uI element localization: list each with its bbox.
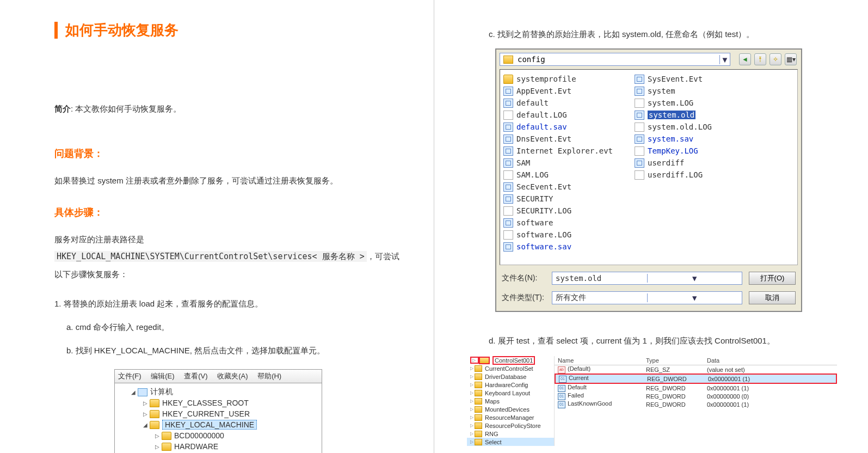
value-row[interactable]: 01Current REG_DWORD 0x00000001 (1) xyxy=(555,374,837,384)
file-item[interactable]: software.sav xyxy=(503,242,613,252)
file-item[interactable]: SecEvent.Evt xyxy=(503,182,613,192)
tree-hardware[interactable]: ▷HARDWARE xyxy=(119,441,317,452)
tree-hklm[interactable]: ◢HKEY_LOCAL_MACHINE xyxy=(119,419,317,430)
file-item[interactable]: default.sav xyxy=(503,122,613,132)
menu-file[interactable]: 文件(F) xyxy=(118,372,141,380)
tree-item[interactable]: ▷CurrentControlSet xyxy=(467,364,554,372)
file-item[interactable]: default.LOG xyxy=(503,110,613,120)
file-item[interactable]: SECURITY xyxy=(503,194,613,204)
tree-item[interactable]: ▷RNG xyxy=(467,430,554,438)
path-code: HKEY_LOCAL_MACHINE\SYSTEM\CurrentControl… xyxy=(54,251,367,262)
file-item[interactable]: software xyxy=(503,218,613,228)
cancel-button[interactable]: 取消 xyxy=(749,291,796,304)
menu-help[interactable]: 帮助(H) xyxy=(257,372,281,380)
heading-background: 问题背景： xyxy=(54,147,401,160)
file-icon xyxy=(503,158,513,168)
file-icon xyxy=(503,146,513,156)
file-icon xyxy=(503,194,513,204)
file-item[interactable]: systemprofile xyxy=(503,74,613,84)
file-item[interactable]: SAM xyxy=(503,158,613,168)
address-input[interactable] xyxy=(516,54,719,64)
folder-icon xyxy=(150,399,159,407)
file-icon xyxy=(635,146,644,156)
file-item[interactable]: SECURITY.LOG xyxy=(503,206,613,216)
folder-icon xyxy=(479,357,490,364)
open-button[interactable]: 打开(O) xyxy=(749,272,796,285)
value-row[interactable]: 01LastKnownGood REG_DWORD 0x00000001 (1) xyxy=(555,400,837,408)
file-item[interactable]: system.sav xyxy=(635,134,712,144)
regedit-menubar: 文件(F) 编辑(E) 查看(V) 收藏夹(A) 帮助(H) xyxy=(115,370,322,383)
file-item[interactable]: Internet Explorer.evt xyxy=(503,146,613,156)
back-icon[interactable]: ◄ xyxy=(739,53,751,65)
tree-hkcu[interactable]: ▷HKEY_CURRENT_USER xyxy=(119,408,317,419)
tree-item[interactable]: ▷ResourcePolicyStore xyxy=(467,421,554,430)
file-item[interactable]: system.old xyxy=(635,110,712,120)
file-item[interactable]: userdiff xyxy=(635,158,712,168)
regedit-figure: 文件(F) 编辑(E) 查看(V) 收藏夹(A) 帮助(H) ◢计算机 ▷HKE… xyxy=(114,369,322,453)
value-row[interactable]: ab(Default) REG_SZ (value not set) xyxy=(555,365,837,374)
tree-hkcr[interactable]: ▷HKEY_CLASSES_ROOT xyxy=(119,397,317,408)
tree-item[interactable]: ▷Maps xyxy=(467,397,554,405)
file-item[interactable]: DnsEvent.Evt xyxy=(503,134,613,144)
folder-icon xyxy=(503,75,513,84)
address-bar[interactable]: ▼ xyxy=(500,53,730,66)
file-item[interactable]: default xyxy=(503,98,613,108)
file-dialog: ▼ ◄ ⭱ ✧ ▦▾ systemprofileAppEvent.Evtdefa… xyxy=(495,48,802,312)
intro-label: 简介 xyxy=(54,104,71,113)
dropdown-icon[interactable]: ▼ xyxy=(647,293,742,302)
file-item[interactable]: system.old.LOG xyxy=(635,122,712,132)
folder-icon xyxy=(475,439,482,445)
file-icon xyxy=(635,87,644,96)
file-item[interactable]: system.LOG xyxy=(635,98,712,108)
file-icon xyxy=(503,218,513,228)
filename-field[interactable]: system.old▼ xyxy=(552,272,742,285)
tree-item[interactable]: ▷Keyboard Layout xyxy=(467,389,554,397)
file-item[interactable]: userdiff.LOG xyxy=(635,170,712,180)
path-intro: 服务对应的注册表路径是 xyxy=(54,235,144,244)
folder-icon xyxy=(475,365,482,372)
file-item[interactable]: SAM.LOG xyxy=(503,170,613,180)
folder-icon xyxy=(475,423,482,429)
file-icon xyxy=(503,182,513,192)
step1c: c. 找到之前替换的原始注册表，比如 system.old, 任意命名（例如 t… xyxy=(489,29,835,40)
step1b: b. 找到 HKEY_LOCAL_MACHINE, 然后点击文件，选择加载配置单… xyxy=(54,346,401,356)
file-icon xyxy=(503,170,513,180)
dropdown-icon[interactable]: ▼ xyxy=(647,274,742,283)
folder-icon xyxy=(162,432,171,440)
file-icon xyxy=(635,99,644,108)
tree-item[interactable]: ▷MountedDevices xyxy=(467,405,554,413)
folder-icon xyxy=(475,390,482,396)
file-icon xyxy=(635,134,644,144)
menu-view[interactable]: 查看(V) xyxy=(184,372,207,380)
file-item[interactable]: system xyxy=(635,86,712,96)
file-icon xyxy=(635,111,644,120)
up-icon[interactable]: ⭱ xyxy=(754,53,766,65)
tree-item[interactable]: ▷ControlSet001 xyxy=(467,356,554,364)
newfolder-icon[interactable]: ✧ xyxy=(769,53,781,65)
filetype-field[interactable]: 所有文件▼ xyxy=(552,291,742,304)
views-icon[interactable]: ▦▾ xyxy=(785,53,797,65)
menu-fav[interactable]: 收藏夹(A) xyxy=(217,372,248,380)
tree-bcd[interactable]: ▷BCD00000000 xyxy=(119,430,317,441)
file-item[interactable]: TempKey.LOG xyxy=(635,146,712,156)
tree-item[interactable]: ▷DriverDatabase xyxy=(467,372,554,381)
col-data: Data xyxy=(704,356,837,365)
value-row[interactable]: 01Failed REG_DWORD 0x00000000 (0) xyxy=(555,392,837,400)
folder-icon xyxy=(475,398,482,405)
tree-item[interactable]: ▷HardwareConfig xyxy=(467,381,554,389)
file-item[interactable]: AppEvent.Evt xyxy=(503,86,613,96)
filetype-label: 文件类型(T): xyxy=(502,293,545,303)
file-icon xyxy=(635,123,644,132)
dropdown-icon[interactable]: ▼ xyxy=(719,55,730,64)
tree-item[interactable]: ▷ResourceManager xyxy=(467,413,554,421)
tree-computer[interactable]: ◢计算机 xyxy=(119,387,317,397)
file-icon xyxy=(635,170,644,180)
tree-item[interactable]: ▷Select xyxy=(467,438,554,446)
filename-label: 文件名(N): xyxy=(502,273,545,283)
file-icon xyxy=(635,75,644,84)
file-item[interactable]: SysEvent.Evt xyxy=(635,74,712,84)
file-list: systemprofileAppEvent.Evtdefaultdefault.… xyxy=(500,69,798,265)
file-item[interactable]: software.LOG xyxy=(503,230,613,240)
value-row[interactable]: 01Default REG_DWORD 0x00000001 (1) xyxy=(555,384,837,392)
menu-edit[interactable]: 编辑(E) xyxy=(151,372,174,380)
